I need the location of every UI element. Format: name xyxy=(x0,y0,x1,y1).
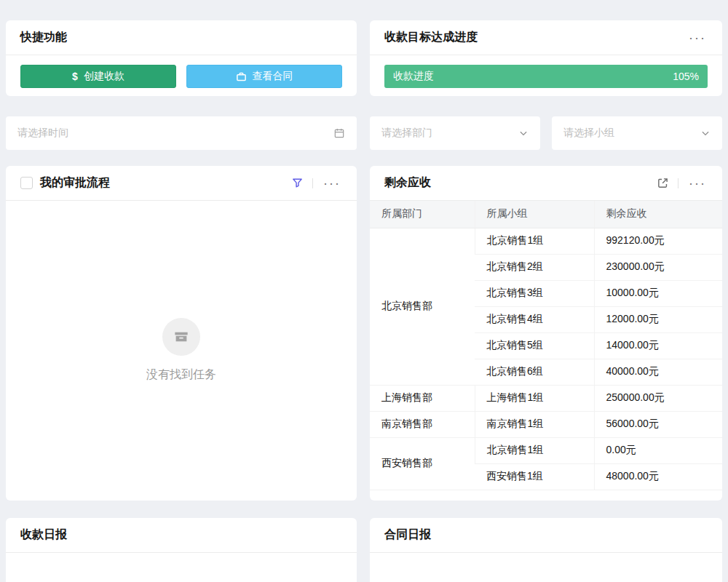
group-cell: 北京销售2组 xyxy=(475,254,594,280)
approval-header: 我的审批流程 ··· xyxy=(6,166,357,201)
progress-body: 收款进度 105% xyxy=(370,55,722,97)
amount-cell: 40000.00元 xyxy=(594,359,722,385)
dollar-icon: $ xyxy=(72,71,78,82)
group-cell: 北京销售5组 xyxy=(475,332,594,359)
dept-select-placeholder: 请选择部门 xyxy=(381,127,432,140)
more-dots-icon[interactable]: ··· xyxy=(687,175,708,191)
group-cell: 北京销售1组 xyxy=(475,228,594,254)
select-all-checkbox[interactable] xyxy=(20,177,33,189)
progress-card: 收款目标达成进度 ··· 收款进度 105% xyxy=(370,20,722,96)
header-divider xyxy=(312,178,313,188)
quick-actions-body: $ 创建收款 查看合同 xyxy=(6,55,357,97)
quick-actions-title: 快捷功能 xyxy=(20,30,67,45)
progress-bar-value: 105% xyxy=(673,71,699,82)
receivables-table: 所属部门 所属小组 剩余应收 北京销售部 北京销售1组 992120.00元 北… xyxy=(370,201,722,490)
approval-empty-state: 没有找到任务 xyxy=(6,201,357,500)
group-select-placeholder: 请选择小组 xyxy=(563,127,614,140)
receivables-title: 剩余应收 xyxy=(384,175,431,191)
receipt-daily-card: 收款日报 xyxy=(6,518,357,582)
contract-daily-title: 合同日报 xyxy=(384,527,431,543)
group-cell: 上海销售1组 xyxy=(475,385,594,411)
amount-cell: 48000.00元 xyxy=(594,463,722,490)
table-row: 北京销售部 北京销售1组 992120.00元 xyxy=(370,228,722,254)
contract-daily-card: 合同日报 xyxy=(370,518,722,582)
time-picker-input[interactable]: 请选择时间 xyxy=(6,116,357,150)
amount-cell: 0.00元 xyxy=(594,437,722,463)
approval-title: 我的审批流程 xyxy=(40,175,110,191)
receivables-card: 剩余应收 ··· 所属部门 所属小组 剩余应收 北京销售部 北京销售1组 xyxy=(370,166,722,501)
dept-cell: 西安销售部 xyxy=(370,437,475,490)
calendar-icon xyxy=(333,127,345,139)
group-cell: 西安销售1组 xyxy=(475,463,594,490)
contract-daily-header: 合同日报 xyxy=(370,518,722,553)
more-dots-icon[interactable]: ··· xyxy=(322,175,342,191)
quick-actions-card: 快捷功能 $ 创建收款 查看合同 xyxy=(6,20,357,96)
table-row: 上海销售部 上海销售1组 250000.00元 xyxy=(370,385,722,411)
progress-bar: 收款进度 105% xyxy=(384,65,708,88)
more-dots-icon[interactable]: ··· xyxy=(687,30,708,46)
group-cell: 北京销售1组 xyxy=(475,437,594,463)
col-amount: 剩余应收 xyxy=(594,201,722,228)
dept-cell: 南京销售部 xyxy=(370,411,475,437)
progress-header: 收款目标达成进度 ··· xyxy=(370,20,722,55)
briefcase-icon xyxy=(236,71,247,82)
create-receipt-button[interactable]: $ 创建收款 xyxy=(20,65,176,88)
table-row: 南京销售部 南京销售1组 56000.00元 xyxy=(370,411,722,437)
create-receipt-label: 创建收款 xyxy=(84,70,124,83)
approval-card: 我的审批流程 ··· 没有找到任务 xyxy=(6,166,357,501)
table-row: 西安销售部 北京销售1组 0.00元 xyxy=(370,437,722,463)
time-picker-placeholder: 请选择时间 xyxy=(17,127,68,140)
amount-cell: 56000.00元 xyxy=(594,411,722,437)
group-select[interactable]: 请选择小组 xyxy=(552,116,722,150)
dept-select[interactable]: 请选择部门 xyxy=(370,116,540,150)
amount-cell: 230000.00元 xyxy=(594,254,722,280)
dept-cell: 上海销售部 xyxy=(370,385,475,411)
empty-state-text: 没有找到任务 xyxy=(146,367,216,383)
external-link-icon[interactable] xyxy=(657,177,669,189)
view-contract-label: 查看合同 xyxy=(253,70,293,83)
receipt-daily-header: 收款日报 xyxy=(6,518,357,553)
progress-title: 收款目标达成进度 xyxy=(384,30,478,45)
amount-cell: 14000.00元 xyxy=(594,332,722,359)
receivables-header: 剩余应收 ··· xyxy=(370,166,722,201)
amount-cell: 10000.00元 xyxy=(594,280,722,306)
chevron-down-icon xyxy=(700,128,711,138)
receipt-daily-title: 收款日报 xyxy=(20,527,67,543)
amount-cell: 250000.00元 xyxy=(594,385,722,411)
col-group: 所属小组 xyxy=(475,201,594,228)
table-header-row: 所属部门 所属小组 剩余应收 xyxy=(370,201,722,228)
group-cell: 南京销售1组 xyxy=(475,411,594,437)
group-cell: 北京销售6组 xyxy=(475,359,594,385)
funnel-icon[interactable] xyxy=(291,177,304,189)
inbox-icon xyxy=(162,318,200,356)
amount-cell: 992120.00元 xyxy=(594,228,722,254)
group-cell: 北京销售4组 xyxy=(475,306,594,332)
quick-actions-header: 快捷功能 xyxy=(6,20,357,55)
dept-cell: 北京销售部 xyxy=(370,228,475,385)
amount-cell: 12000.00元 xyxy=(594,306,722,332)
progress-bar-label: 收款进度 xyxy=(393,70,434,83)
group-cell: 北京销售3组 xyxy=(475,280,594,306)
col-dept: 所属部门 xyxy=(370,201,475,228)
view-contract-button[interactable]: 查看合同 xyxy=(186,65,342,88)
chevron-down-icon xyxy=(518,128,529,138)
header-divider xyxy=(678,178,678,188)
